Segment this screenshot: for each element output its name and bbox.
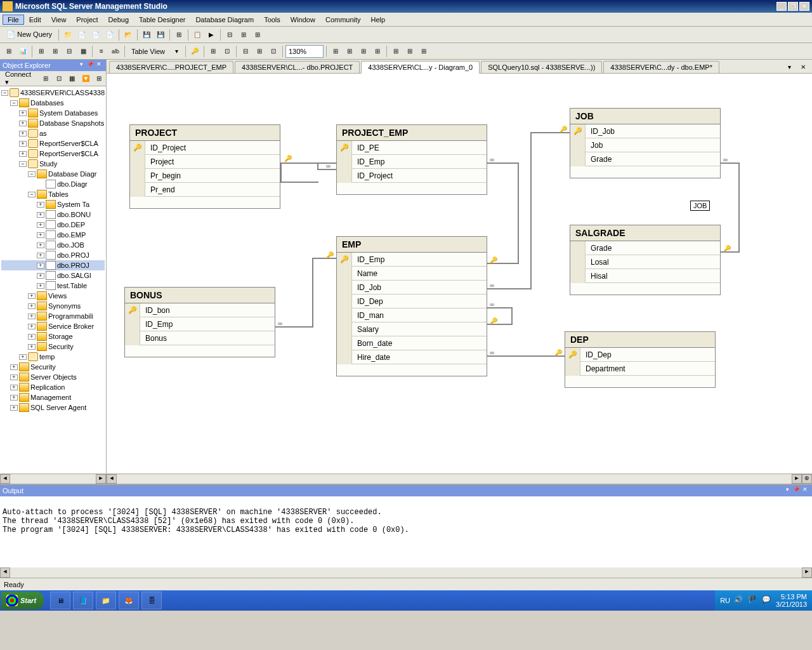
canvas-hscroll[interactable]: ◄ ► ⊕: [107, 474, 812, 484]
tab-2[interactable]: 4338SERVER\CL...y - Diagram_0: [361, 61, 480, 74]
tb2-10[interactable]: ⊞: [207, 45, 219, 58]
scroll-right-icon[interactable]: ►: [802, 567, 812, 578]
tree-server[interactable]: −4338SERVER\CLASS4338: [1, 88, 105, 98]
tree-views[interactable]: +Views: [1, 291, 105, 301]
explorer-tree[interactable]: −4338SERVER\CLASS4338 −Databases +System…: [0, 86, 106, 474]
taskbar-icon-3[interactable]: 📁: [96, 592, 116, 609]
tray-icon-1[interactable]: 🔊: [734, 595, 744, 606]
tb2-21[interactable]: ⊞: [417, 45, 430, 58]
tree-test[interactable]: +test.Table: [1, 281, 105, 291]
tab-3[interactable]: SQLQuery10.sql - 4338SERVE...)): [481, 61, 602, 73]
tb-open[interactable]: 📂: [122, 29, 134, 41]
menu-file[interactable]: File: [3, 15, 24, 25]
explorer-dropdown-icon[interactable]: ▾: [77, 61, 86, 70]
resize-grip-icon[interactable]: ⊕: [802, 474, 812, 484]
table-view-dropdown[interactable]: Table View: [128, 46, 169, 56]
table-project-emp[interactable]: PROJECT_EMP 🔑ID_PE ID_Emp ID_Project: [336, 124, 487, 195]
tree-study[interactable]: −Study: [1, 159, 105, 169]
tab-1[interactable]: 4338SERVER\CL...- dbo.PROJECT: [235, 61, 360, 73]
tb2-11[interactable]: ⊡: [221, 45, 233, 58]
tb-save[interactable]: 💾: [140, 29, 153, 41]
taskbar-icon-1[interactable]: 🖥: [50, 592, 70, 609]
tree-rs2[interactable]: +ReportServer$CLA: [1, 149, 105, 159]
menu-help[interactable]: Help: [366, 15, 391, 25]
menu-database-diagram[interactable]: Database Diagram: [190, 15, 259, 25]
tree-as[interactable]: +as: [1, 128, 105, 138]
tab-4[interactable]: 4338SERVER\C...dy - dbo.EMP*: [603, 61, 719, 73]
tree-dep[interactable]: +dbo.DEP: [1, 220, 105, 230]
table-salgrade[interactable]: SALGRADE Grade Losal Hisal: [570, 225, 721, 295]
table-job[interactable]: JOB 🔑ID_Job Job Grade: [570, 108, 721, 178]
tree-server-obj[interactable]: +Server Objects: [1, 372, 105, 382]
tree-proj[interactable]: +dbo.PROJ: [1, 250, 105, 260]
menu-project[interactable]: Project: [71, 15, 103, 25]
tb2-5[interactable]: ⊟: [63, 45, 75, 58]
exp-tb-5[interactable]: ⊞: [93, 72, 105, 85]
tb2-12[interactable]: ⊟: [239, 45, 252, 58]
table-bonus[interactable]: BONUS 🔑ID_bon ID_Emp Bonus: [124, 287, 275, 357]
output-hscroll[interactable]: ◄ ►: [0, 567, 812, 578]
tree-job[interactable]: +dbo.JOB: [1, 240, 105, 250]
taskbar-icon-2[interactable]: 📘: [73, 592, 93, 609]
tb-btn-x5[interactable]: ⊞: [237, 29, 250, 41]
tb-btn-x6[interactable]: ⊞: [251, 29, 264, 41]
minimize-button[interactable]: _: [776, 2, 787, 11]
tree-system-db[interactable]: +System Databases: [1, 108, 105, 118]
tree-agent[interactable]: +SQL Server Agent: [1, 402, 105, 413]
table-project[interactable]: PROJECT 🔑ID_Project Project Pr_begin Pr_…: [129, 124, 280, 209]
tb-btn-x2[interactable]: 📋: [191, 29, 204, 41]
tb-btn-x1[interactable]: ⊞: [173, 29, 185, 41]
menu-table-designer[interactable]: Table Designer: [134, 15, 190, 25]
tab-0[interactable]: 4338SERVER\C....PROJECT_EMP: [109, 61, 233, 73]
tb2-14[interactable]: ⊡: [267, 45, 280, 58]
tb2-15[interactable]: ⊞: [329, 45, 342, 58]
tree-temp[interactable]: +temp: [1, 352, 105, 362]
output-dropdown-icon[interactable]: ▾: [783, 486, 792, 495]
new-query-button[interactable]: 📄 New Query: [3, 29, 56, 40]
zoom-combo[interactable]: 130%: [285, 45, 324, 58]
tree-replication[interactable]: +Replication: [1, 382, 105, 392]
menu-edit[interactable]: Edit: [24, 15, 46, 25]
tb2-13[interactable]: ⊞: [253, 45, 266, 58]
tb2-9[interactable]: 🔑: [188, 45, 201, 58]
tb2-19[interactable]: ⊞: [390, 45, 402, 58]
tb2-2[interactable]: 📊: [16, 45, 29, 58]
tree-sbroker[interactable]: +Service Broker: [1, 321, 105, 331]
diagram-canvas[interactable]: PROJECT 🔑ID_Project Project Pr_begin Pr_…: [107, 74, 812, 474]
tb2-4[interactable]: ⊞: [49, 45, 62, 58]
tree-management[interactable]: +Management: [1, 392, 105, 402]
taskbar-icon-firefox[interactable]: 🦊: [119, 592, 139, 609]
tree-snapshots[interactable]: +Database Snapshots: [1, 118, 105, 128]
exp-tb-3[interactable]: ▦: [67, 72, 79, 85]
clock[interactable]: 5:13 PM 3/21/2013: [776, 593, 807, 608]
tree-bonus[interactable]: +dbo.BONU: [1, 209, 105, 220]
tb-btn-2[interactable]: 📄: [75, 29, 88, 41]
tabs-dropdown-icon[interactable]: ▾: [783, 60, 796, 73]
explorer-hscroll[interactable]: ◄ ►: [0, 474, 106, 484]
tb-btn-1[interactable]: 📁: [62, 29, 74, 41]
tb2-tv-arrow[interactable]: ▾: [170, 45, 183, 58]
exp-tb-2[interactable]: ⊡: [53, 72, 65, 85]
tree-tables[interactable]: −Tables: [1, 189, 105, 199]
exp-tb-4[interactable]: 🔽: [79, 72, 91, 85]
output-close-icon[interactable]: ✕: [801, 486, 809, 495]
tb2-20[interactable]: ⊞: [403, 45, 416, 58]
table-emp[interactable]: EMP 🔑ID_Emp Name ID_Job ID_Dep ID_man Sa…: [336, 236, 487, 376]
explorer-close-icon[interactable]: ✕: [95, 61, 103, 70]
tree-emp[interactable]: +dbo.EMP: [1, 230, 105, 240]
tabs-close-icon[interactable]: ✕: [797, 60, 809, 73]
explorer-pin-icon[interactable]: 📌: [86, 61, 95, 70]
tree-rs1[interactable]: +ReportServer$CLA: [1, 138, 105, 149]
tb2-1[interactable]: ⊞: [3, 45, 15, 58]
tree-diag1[interactable]: dbo.Diagr: [1, 179, 105, 189]
menu-window[interactable]: Window: [285, 15, 320, 25]
tb-btn-4[interactable]: 📄: [103, 29, 116, 41]
scroll-left-icon[interactable]: ◄: [0, 567, 10, 578]
connect-button[interactable]: Connect ▾: [1, 69, 39, 88]
tray-icon-2[interactable]: 🏴: [748, 595, 758, 606]
tree-diagrams[interactable]: −Database Diagr: [1, 169, 105, 179]
tb2-17[interactable]: ⊞: [357, 45, 370, 58]
output-text[interactable]: Auto-attach to process '[3024] [SQL] 433…: [0, 496, 812, 567]
tb-btn-x4[interactable]: ⊟: [223, 29, 236, 41]
tree-synonyms[interactable]: +Synonyms: [1, 301, 105, 311]
